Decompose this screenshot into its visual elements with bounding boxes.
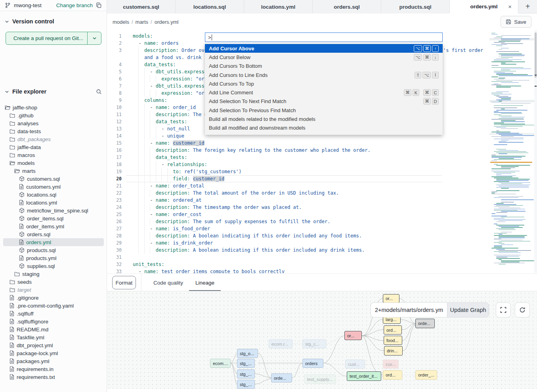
tree-item-staging[interactable]: staging [3, 270, 104, 278]
breadcrumb-file[interactable]: orders.yml [155, 19, 179, 25]
refresh-button[interactable] [515, 302, 530, 317]
breadcrumb-marts[interactable]: marts [136, 19, 149, 25]
lineage-node-stg-[interactable]: stg_... [237, 369, 255, 379]
lineage-node-stg-[interactable]: stg_... [237, 359, 255, 368]
tree-item-customers-sql[interactable]: customers.sql [3, 175, 104, 183]
tree-item-supplies-sql[interactable]: supplies.sql [3, 262, 104, 270]
palette-item-add-cursors-to-top[interactable]: Add Cursors To Top [205, 79, 443, 88]
lineage-node-ecom-[interactable]: ecom.... [210, 359, 231, 368]
tree-item-data-tests[interactable]: data-tests [3, 127, 104, 135]
palette-item-add-cursors-to-line-ends[interactable]: Add Cursors to Line Ends⇧⌥I [205, 71, 443, 79]
palette-item-add-cursor-above[interactable]: Add Cursor Above⌥⌘↑ [205, 44, 443, 53]
line-number: 29 [107, 239, 122, 247]
tab-orders-yml[interactable]: orders.yml× [450, 0, 518, 13]
tree-item-locations-yml[interactable]: locations.yml [3, 199, 104, 207]
palette-item-add-line-comment[interactable]: Add Line Comment⌘K⌘C [205, 88, 443, 97]
tree-item-locations-sql[interactable]: locations.sql [3, 191, 104, 199]
lineage-node-ord-[interactable]: ord... [383, 370, 402, 380]
tree-item-order-items-sql[interactable]: order_items.sql [3, 214, 104, 222]
tree-item-package-lock-yml[interactable]: package-lock.yml [3, 349, 104, 357]
lineage-node-test-order-it-[interactable]: test_order_it... [347, 371, 381, 381]
command-palette-input[interactable]: > [205, 33, 443, 42]
lineage-node-or-[interactable]: or... [344, 331, 362, 340]
tree-item--sqlfluff[interactable]: .sqlfluff [3, 310, 104, 317]
create-pr-button[interactable]: Create a pull request on Git... [6, 32, 101, 45]
search-icon[interactable] [96, 89, 102, 95]
tree-item-analyses[interactable]: analyses [3, 119, 104, 127]
fullscreen-button[interactable] [496, 302, 511, 317]
tree-item-requirements-in[interactable]: requirements.in [3, 365, 104, 373]
tab-customers-sql[interactable]: customers.sql [107, 0, 176, 13]
lineage-node-orders[interactable]: orders [302, 359, 323, 368]
tree-item--github[interactable]: .github [3, 111, 104, 119]
lineage-selector-input[interactable] [371, 302, 447, 317]
lineage-node-test-supply-[interactable]: test_supply... [304, 375, 336, 384]
lineage-node-stg-[interactable]: stg_... [237, 380, 255, 389]
tree-item-taskfile-yml[interactable]: Taskfile.yml [3, 333, 104, 341]
tree-item-models[interactable]: models [3, 159, 104, 167]
palette-item-build-all-modified-and-downstream-models[interactable]: Build all modified and downstream models [205, 124, 443, 132]
palette-item-add-selection-to-previous-find-match[interactable]: Add Selection To Previous Find Match [205, 106, 443, 115]
lineage-node-orde-[interactable]: orde... [415, 319, 435, 328]
copy-icon[interactable] [96, 2, 102, 8]
tab-lineage[interactable]: Lineage [195, 274, 214, 291]
lineage-node-ecom-r-[interactable]: ecom.r... [269, 339, 292, 348]
tree-item-products-yml[interactable]: products.yml [3, 254, 104, 262]
lineage-node-or-[interactable]: or... [383, 294, 399, 303]
lineage-node-stg-o-[interactable]: stg_o... [237, 349, 258, 358]
tree-item-products-sql[interactable]: products.sql [3, 246, 104, 254]
tree-item-packages-yml[interactable]: packages.yml [3, 357, 104, 365]
tree-item--sqlfluffignore[interactable]: .sqlfluffignore [3, 317, 104, 325]
tree-item--pre-commit-config-yaml[interactable]: .pre-commit-config.yaml [3, 302, 104, 310]
tree-item-order-items-yml[interactable]: order_items.yml [3, 222, 104, 230]
tree-item-jaffle-shop[interactable]: jaffle-shop [3, 103, 104, 111]
version-control-header[interactable]: Version control [0, 18, 107, 25]
tree-item-orders-sql[interactable]: orders.sql [3, 230, 104, 238]
lineage-node-order-[interactable]: order_... [415, 370, 437, 380]
tree-item-requirements-txt[interactable]: requirements.txt [3, 373, 104, 381]
lineage-node-ord-[interactable]: ord... [384, 325, 402, 335]
tree-item-orders-yml[interactable]: orders.yml [3, 238, 104, 246]
palette-item-label: Add Selection To Next Find Match [209, 98, 287, 104]
tab-locations-sql[interactable]: locations.sql [176, 0, 244, 13]
tab-code-quality[interactable]: Code quality [153, 274, 183, 291]
file-icon [10, 311, 14, 316]
palette-item-build-all-models-related-to-the-modified-models[interactable]: Build all models related to the modified… [205, 115, 443, 123]
tab-products-sql[interactable]: products.sql [381, 0, 450, 13]
palette-item-add-cursor-below[interactable]: Add Cursor Below⌥⌘↓ [205, 53, 443, 61]
tree-item-dbt-project-yml[interactable]: dbt_project.yml [3, 341, 104, 349]
breadcrumb-models[interactable]: models [113, 19, 129, 25]
lineage-node-cus-[interactable]: cus... [383, 359, 399, 369]
lineage-node-cust-[interactable]: cust... [345, 359, 365, 369]
palette-item-add-selection-to-next-find-match[interactable]: Add Selection To Next Find Match⌘D [205, 97, 443, 106]
lineage-graph[interactable]: Update Graph ecom....stg_o...stg_...stg_… [107, 291, 537, 389]
tree-item-dbt-packages[interactable]: dbt_packages [3, 135, 104, 143]
close-tab-icon[interactable]: × [508, 3, 512, 10]
tree-item-seeds[interactable]: seeds [3, 278, 104, 286]
save-button[interactable]: Save [501, 16, 531, 28]
file-explorer-header[interactable]: File explorer [0, 88, 107, 95]
lineage-node-drin-[interactable]: drin... [384, 346, 403, 356]
lineage-node-stg-c-[interactable]: stg_c... [302, 339, 326, 348]
editor-scrollbar[interactable] [534, 30, 537, 273]
palette-item-add-cursors-to-bottom[interactable]: Add Cursors To Bottom [205, 62, 443, 71]
tree-item-readme-md[interactable]: README.md [3, 325, 104, 333]
tree-item-marts[interactable]: marts [3, 167, 104, 175]
change-branch-link[interactable]: Change branch [56, 2, 93, 8]
tree-item-target[interactable]: target [3, 286, 104, 294]
pr-dropdown-caret[interactable] [88, 32, 101, 44]
new-tab-button[interactable]: + [518, 0, 537, 13]
lineage-node-orde-[interactable]: orde... [271, 373, 292, 382]
tree-item-customers-yml[interactable]: customers.yml [3, 183, 104, 191]
tab-orders-sql[interactable]: orders.sql [313, 0, 381, 13]
tree-item-metricflow-time-spine-sql[interactable]: metricflow_time_spine.sql [3, 207, 104, 214]
format-button[interactable]: Format [112, 276, 136, 289]
scrollbar-thumb[interactable] [535, 33, 537, 78]
tree-item--gitignore[interactable]: .gitignore [3, 294, 104, 302]
tree-item-macros[interactable]: macros [3, 151, 104, 159]
update-graph-button[interactable]: Update Graph [447, 302, 489, 317]
tab-locations-yml[interactable]: locations.yml [244, 0, 313, 13]
editor-minimap[interactable] [489, 30, 534, 273]
lineage-node-food-[interactable]: food... [384, 336, 402, 345]
tree-item-jaffle-data[interactable]: jaffle-data [3, 143, 104, 151]
